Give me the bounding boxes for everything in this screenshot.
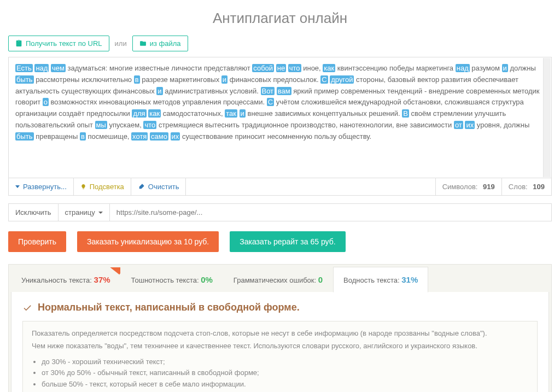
caret-down-icon [98, 212, 103, 214]
exclude-type-label: страницу [65, 208, 95, 217]
highlighted-word: и [221, 75, 228, 84]
highlighted-word: вам [277, 87, 291, 95]
text-editor[interactable]: Есть над чем задуматься: многие известны… [9, 57, 551, 178]
exclude-url-input[interactable] [110, 204, 551, 221]
highlighted-word: В [402, 109, 409, 118]
desc-p2: Чем ниже показатель "воды", тем техничне… [32, 341, 528, 352]
highlight-label: Подсветка [90, 183, 124, 191]
chars-stat: Символов: 919 [435, 178, 501, 195]
verdict: Нормальный текст, написанный в свободной… [22, 302, 538, 313]
tab-nausea[interactable]: Тошнотность текста: 0% [121, 267, 223, 292]
highlighted-word: хотя [131, 132, 148, 141]
highlighted-word: как [323, 64, 335, 72]
top-toolbar: Получить текст по URL или из файла [8, 36, 552, 51]
action-buttons: Проверить Заказать уникализацию за 10 ру… [8, 231, 552, 252]
from-file-button[interactable]: из файла [132, 36, 188, 51]
highlighted-word: что [143, 121, 156, 129]
bulb-icon [80, 183, 86, 190]
highlighted-word: быть [15, 132, 34, 141]
tab-grammar-value: 0 [318, 275, 323, 284]
metrics-panel: Уникальность текста: 37% Повысить Тошнот… [8, 264, 552, 392]
tab-panel-body: Нормальный текст, написанный в свободной… [11, 292, 549, 392]
get-text-by-url-button[interactable]: Получить текст по URL [8, 36, 109, 51]
paste-icon [15, 40, 22, 47]
tab-grammar[interactable]: Грамматических ошибок: 0 [223, 267, 333, 292]
exclude-label: Исключить [9, 204, 59, 221]
or-text: или [115, 39, 127, 48]
expand-label: Развернуть... [23, 183, 67, 191]
highlighted-word: что [288, 64, 301, 72]
desc-bullets: до 30% - хороший технический текст;от 30… [42, 356, 528, 390]
chevron-down-icon [15, 185, 20, 188]
words-label: Слов: [509, 183, 528, 191]
exclude-url-row: Исключить страницу [8, 203, 552, 221]
folder-icon [139, 40, 147, 47]
highlighted-word: С [320, 75, 328, 84]
desc-p1: Показатель определяется посредством подс… [32, 328, 528, 340]
tab-nausea-value: 0% [201, 275, 213, 284]
chars-label: Символов: [442, 183, 478, 191]
highlighted-word: о [43, 98, 49, 106]
exclude-type-select[interactable]: страницу [59, 204, 110, 221]
order-rewrite-button[interactable]: Заказать рерайт за 65 руб. [230, 231, 345, 252]
highlighted-word: их [171, 132, 180, 141]
highlighted-word: их [465, 121, 475, 129]
tab-nausea-label: Тошнотность текста: [131, 276, 199, 284]
words-stat: Слов: 109 [501, 178, 551, 195]
highlighted-word: и [502, 64, 508, 72]
tab-water-label: Водность текста: [343, 276, 399, 284]
order-unique-button[interactable]: Заказать уникализацию за 10 руб. [77, 231, 219, 252]
highlighted-word: над [456, 64, 470, 72]
clear-button[interactable]: Очистить [131, 178, 186, 195]
chars-value: 919 [483, 183, 495, 191]
clear-label: Очистить [148, 183, 179, 191]
highlighted-word: С [267, 98, 274, 106]
highlighted-word: мы [95, 121, 107, 129]
highlighted-word: не [276, 64, 286, 72]
highlighted-word: как [148, 109, 161, 118]
check-icon [22, 303, 32, 313]
highlighted-word: и [156, 87, 162, 95]
highlight-button[interactable]: Подсветка [74, 178, 131, 195]
tab-water-value: 31% [401, 275, 418, 284]
highlighted-word: собой [252, 64, 274, 72]
text-editor-container: Есть над чем задуматься: многие известны… [8, 57, 552, 178]
tab-water[interactable]: Водность текста: 31% [333, 267, 428, 292]
highlighted-word: чем [51, 64, 66, 72]
check-button[interactable]: Проверить [8, 231, 66, 252]
highlighted-word: от [454, 121, 463, 129]
boost-ribbon[interactable]: Повысить [82, 267, 120, 274]
tab-grammar-label: Грамматических ошибок: [234, 276, 316, 284]
desc-bullet: больше 50% - текст, который несет в себе… [42, 379, 528, 390]
highlighted-word: для [132, 109, 146, 118]
highlighted-word: быть [15, 75, 34, 84]
get-text-by-url-label: Получить текст по URL [26, 39, 102, 48]
verdict-text: Нормальный текст, написанный в свободной… [38, 302, 300, 313]
highlighted-word: Есть [15, 64, 33, 72]
tab-uniqueness-label: Уникальность текста: [21, 276, 92, 284]
highlighted-word: Вот [261, 87, 275, 95]
page-title: Антиплагиат онлайн [8, 10, 552, 27]
words-value: 109 [533, 183, 545, 191]
from-file-label: из файла [150, 39, 181, 48]
expand-button[interactable]: Развернуть... [9, 178, 74, 195]
highlighted-word: в [134, 75, 140, 84]
editor-footer: Развернуть... Подсветка Очистить Символо… [8, 178, 552, 196]
description-box: Показатель определяется посредством подс… [22, 321, 538, 392]
tab-uniqueness[interactable]: Уникальность текста: 37% Повысить [11, 267, 121, 292]
highlighted-word: и [240, 109, 246, 118]
tab-uniqueness-value: 37% [94, 275, 110, 284]
highlighted-word: над [34, 64, 49, 72]
highlighted-word: другой [330, 75, 354, 84]
highlighted-word: так [225, 109, 237, 118]
desc-bullet: от 30% до 50% - обычный текст, написанны… [42, 367, 528, 379]
scrollbar[interactable] [543, 58, 551, 177]
eraser-icon [138, 183, 145, 190]
highlighted-word: само [150, 132, 168, 141]
desc-bullet: до 30% - хороший технический текст; [42, 356, 528, 368]
metrics-tabs: Уникальность текста: 37% Повысить Тошнот… [11, 267, 549, 292]
highlighted-word: в [80, 132, 86, 141]
